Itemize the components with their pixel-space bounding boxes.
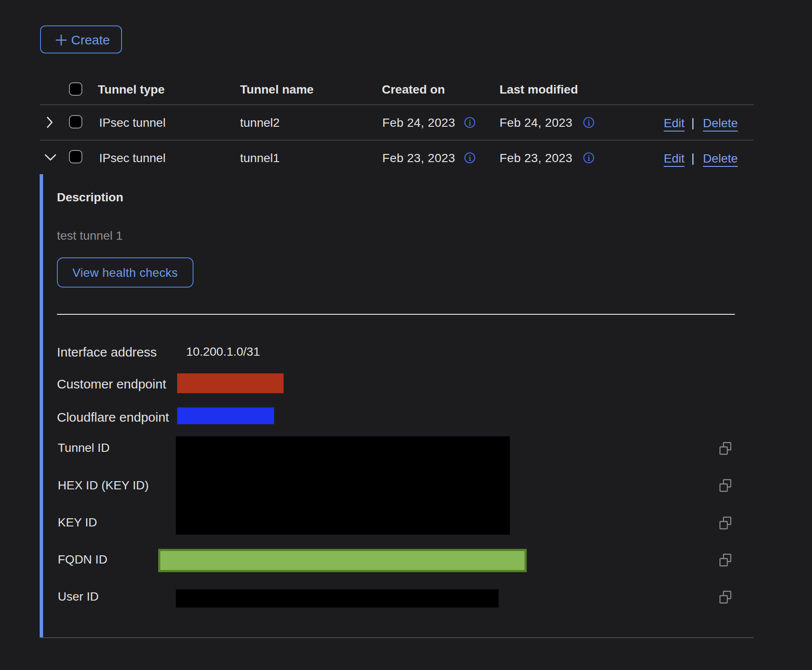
svg-text:i: i xyxy=(469,118,471,127)
svg-text:i: i xyxy=(588,153,590,163)
svg-text:i: i xyxy=(588,118,590,127)
svg-text:i: i xyxy=(469,153,471,163)
